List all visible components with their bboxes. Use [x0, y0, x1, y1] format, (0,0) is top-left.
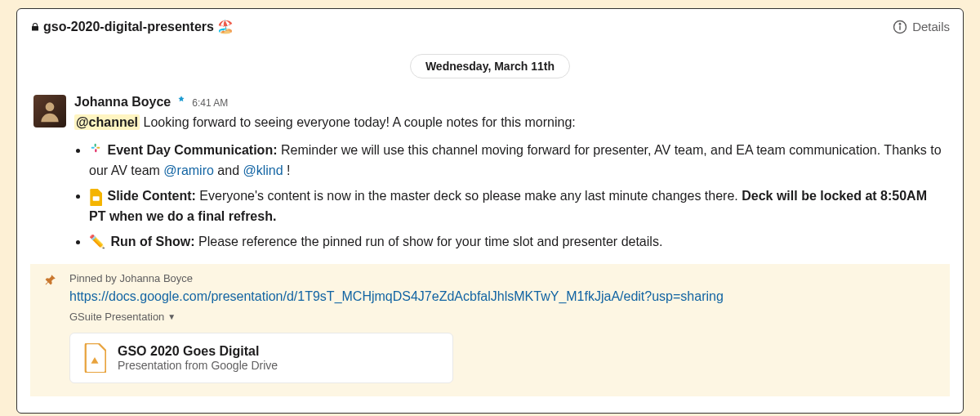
svg-rect-6 — [96, 147, 100, 149]
details-label: Details — [912, 20, 950, 34]
bullet-title: Run of Show: — [110, 235, 194, 248]
message-row: Johanna Boyce 6:41 AM @channel Looking f… — [30, 95, 950, 132]
pinned-by-label: Pinned by Johanna Boyce — [69, 272, 937, 284]
slack-message-panel: gso-2020-digital-presenters 🏖️ Details W… — [16, 8, 964, 414]
intro-text: Looking forward to seeing everyone today… — [144, 115, 576, 129]
channel-mention[interactable]: @channel — [74, 114, 140, 130]
preview-card[interactable]: GSO 2020 Goes Digital Presentation from … — [69, 333, 453, 383]
message-body: Johanna Boyce 6:41 AM @channel Looking f… — [74, 95, 947, 132]
svg-rect-7 — [95, 150, 96, 153]
author-badge-icon — [176, 95, 187, 106]
bullet-body-mid: and — [217, 163, 239, 177]
chevron-down-icon: ▼ — [167, 312, 176, 321]
slides-icon — [89, 189, 102, 205]
svg-rect-8 — [93, 196, 100, 200]
author-name[interactable]: Johanna Boyce — [74, 95, 171, 110]
channel-header: gso-2020-digital-presenters 🏖️ Details — [30, 19, 950, 34]
svg-rect-4 — [91, 147, 95, 149]
date-text: Wednesday, March 11th — [425, 60, 555, 73]
attachment-link[interactable]: https://docs.google.com/presentation/d/1… — [69, 289, 937, 304]
avatar-placeholder-icon — [37, 98, 63, 124]
date-divider: Wednesday, March 11th — [30, 54, 950, 78]
list-item: Event Day Communication: Reminder we wil… — [89, 141, 950, 181]
preview-source-text: GSuite Presentation — [69, 311, 164, 323]
bullet-body-after: ! — [287, 163, 290, 177]
bullet-title: Slide Content: — [107, 189, 195, 203]
pencil-icon: ✏️ — [89, 232, 105, 253]
bullet-body: Everyone's content is now in the master … — [199, 189, 737, 203]
bullet-list: Event Day Communication: Reminder we wil… — [89, 141, 950, 253]
svg-rect-5 — [95, 144, 96, 147]
message-text: @channel Looking forward to seeing every… — [74, 113, 947, 132]
preview-title: GSO 2020 Goes Digital — [118, 344, 278, 359]
bullet-title: Event Day Communication: — [107, 143, 277, 157]
avatar[interactable] — [33, 95, 66, 127]
info-icon — [893, 20, 907, 34]
channel-emoji-icon: 🏖️ — [217, 19, 234, 34]
list-item: Slide Content: Everyone's content is now… — [89, 186, 950, 227]
user-mention[interactable]: @ramiro — [163, 163, 214, 177]
details-button[interactable]: Details — [893, 20, 950, 34]
date-pill[interactable]: Wednesday, March 11th — [410, 54, 570, 78]
message-header: Johanna Boyce 6:41 AM — [74, 95, 947, 110]
preview-card-text: GSO 2020 Goes Digital Presentation from … — [118, 344, 278, 372]
preview-subtitle: Presentation from Google Drive — [118, 359, 278, 372]
pinned-attachment: Pinned by Johanna Boyce https://docs.goo… — [30, 264, 950, 396]
bullet-body: Please reference the pinned run of show … — [198, 235, 662, 248]
user-mention[interactable]: @klind — [243, 163, 283, 177]
channel-name[interactable]: gso-2020-digital-presenters 🏖️ — [30, 19, 234, 34]
lock-icon — [30, 22, 40, 32]
slack-icon — [89, 141, 102, 161]
pin-icon — [45, 274, 56, 289]
list-item: ✏️ Run of Show: Please reference the pin… — [89, 232, 950, 253]
channel-name-text: gso-2020-digital-presenters — [43, 20, 214, 34]
preview-source[interactable]: GSuite Presentation ▼ — [69, 311, 937, 323]
svg-point-3 — [46, 102, 55, 111]
svg-point-2 — [899, 23, 901, 25]
drive-file-icon — [83, 343, 106, 373]
message-timestamp[interactable]: 6:41 AM — [192, 97, 228, 109]
